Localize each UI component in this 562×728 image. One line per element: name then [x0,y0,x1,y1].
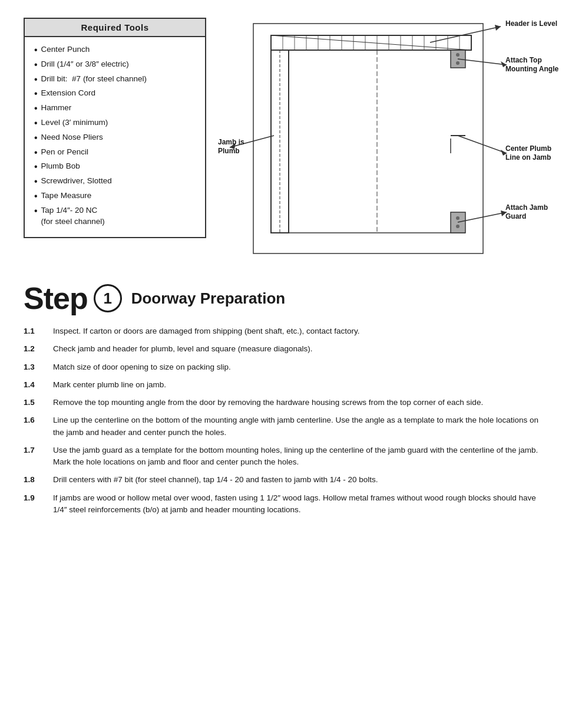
tool-item: •Tap 1/4″- 20 NC (for steel channel) [34,204,196,229]
svg-point-32 [456,225,459,228]
step-item: 1.3Match size of door opening to size on… [24,361,538,373]
step-item-text: Mark center plumb line on jamb. [53,379,538,391]
step-item-number: 1.7 [24,444,41,456]
step-item-number: 1.9 [24,492,41,504]
attach-jamb-guard-label: Attach Jamb [505,203,548,212]
svg-point-31 [456,216,459,220]
tool-item-text: Plumb Bob [41,161,80,172]
required-tools-box: Required Tools •Center Punch•Drill (1/4″… [24,18,206,238]
tool-item-text: Tape Measure [41,190,92,202]
step-item-text: Use the jamb guard as a template for the… [53,444,538,469]
step-item-number: 1.3 [24,361,41,373]
top-section: Required Tools •Center Punch•Drill (1/4″… [24,18,538,265]
step-item: 1.4Mark center plumb line on jamb. [24,379,538,391]
tool-item-text: Drill (1/4″ or 3/8″ electric) [41,59,129,70]
tool-item-text: Need Nose Pliers [41,132,103,143]
step-item: 1.5Remove the top mounting angle from th… [24,397,538,409]
tool-item: •Extension Cord [34,87,196,101]
tool-item: •Drill bit: #7 (for steel channel) [34,73,196,87]
svg-text:Plumb: Plumb [218,147,240,155]
step-item-text: Line up the centerline on the bottom of … [53,414,538,439]
step-item-text: Check jamb and header for plumb, level a… [53,343,538,355]
required-tools-title: Required Tools [25,19,205,37]
bullet-icon: • [34,88,38,100]
step-item-number: 1.2 [24,343,41,355]
bullet-icon: • [34,74,38,86]
bullet-icon: • [34,132,38,144]
step-item: 1.9If jambs are wood or hollow metal ove… [24,492,538,516]
step-item-number: 1.8 [24,474,41,486]
step-item-text: Remove the top mounting angle from the d… [53,397,538,409]
bullet-icon: • [34,103,38,115]
step-item: 1.8Drill centers with #7 bit (for steel … [24,474,538,486]
tool-item: •Drill (1/4″ or 3/8″ electric) [34,58,196,73]
step-item-text: Drill centers with #7 bit (for steel cha… [53,474,538,486]
step-circle: 1 [94,284,122,312]
center-plumb-line-label: Center Plumb [505,144,551,153]
bullet-icon: • [34,161,38,173]
tools-list: •Center Punch•Drill (1/4″ or 3/8″ electr… [25,37,205,229]
bullet-icon: • [34,176,38,188]
svg-text:Line on Jamb: Line on Jamb [505,153,551,162]
doorway-diagram: Header is Level Attach Top Mounting Angl… [218,18,560,265]
tool-item: •Level (3′ minimum) [34,116,196,131]
tool-item-text: Pen or Pencil [41,147,88,158]
bullet-icon: • [34,205,38,218]
step-header: Step 1 Doorway Preparation [24,283,538,314]
svg-marker-34 [495,25,501,31]
step-item: 1.6Line up the centerline on the bottom … [24,414,538,439]
svg-text:Guard: Guard [505,212,526,220]
tool-item: •Tape Measure [34,189,196,204]
step-item-number: 1.1 [24,325,41,337]
tool-item-text: Center Punch [41,44,90,55]
svg-text:Mounting Angle: Mounting Angle [505,65,559,73]
step-item-number: 1.5 [24,397,41,409]
tool-item-text: Level (3′ minimum) [41,117,108,129]
tool-item-text: Drill bit: #7 (for steel channel) [41,74,147,85]
step-title: Doorway Preparation [131,289,286,308]
tool-item-text: Hammer [41,103,72,114]
bullet-icon: • [34,44,38,57]
step-item: 1.7Use the jamb guard as a template for … [24,444,538,469]
tool-item: •Plumb Bob [34,160,196,174]
bullet-icon: • [34,190,38,203]
steps-list: 1.1Inspect. If carton or doors are damag… [24,325,538,516]
step-item-number: 1.6 [24,414,41,426]
tool-item-text: Screwdriver, Slotted [41,176,112,187]
tool-item-text: Extension Cord [41,88,95,99]
step-item-text: Match size of door opening to size on pa… [53,361,538,373]
bullet-icon: • [34,117,38,130]
tool-item: •Center Punch [34,43,196,58]
header-is-level-label: Header is Level [505,19,557,28]
jamb-is-plumb-label: Jamb is [218,138,244,146]
step-item: 1.1Inspect. If carton or doors are damag… [24,325,538,337]
tool-item: •Hammer [34,101,196,116]
step-item-number: 1.4 [24,379,41,391]
step-item-text: If jambs are wood or hollow metal over w… [53,492,538,516]
step-word: Step [24,283,88,314]
tool-item-text: Tap 1/4″- 20 NC (for steel channel) [41,205,105,228]
diagram-area: Header is Level Attach Top Mounting Angl… [218,18,560,265]
step-item-text: Inspect. If carton or doors are damaged … [53,325,538,337]
tool-item: •Need Nose Pliers [34,131,196,146]
svg-point-25 [456,53,459,57]
step-item: 1.2Check jamb and header for plumb, leve… [24,343,538,355]
svg-point-26 [456,61,459,65]
bullet-icon: • [34,59,38,71]
tool-item: •Screwdriver, Slotted [34,174,196,189]
bullet-icon: • [34,147,38,159]
svg-rect-0 [253,24,483,253]
attach-top-angle-label: Attach Top [505,56,542,64]
tool-item: •Pen or Pencil [34,146,196,160]
